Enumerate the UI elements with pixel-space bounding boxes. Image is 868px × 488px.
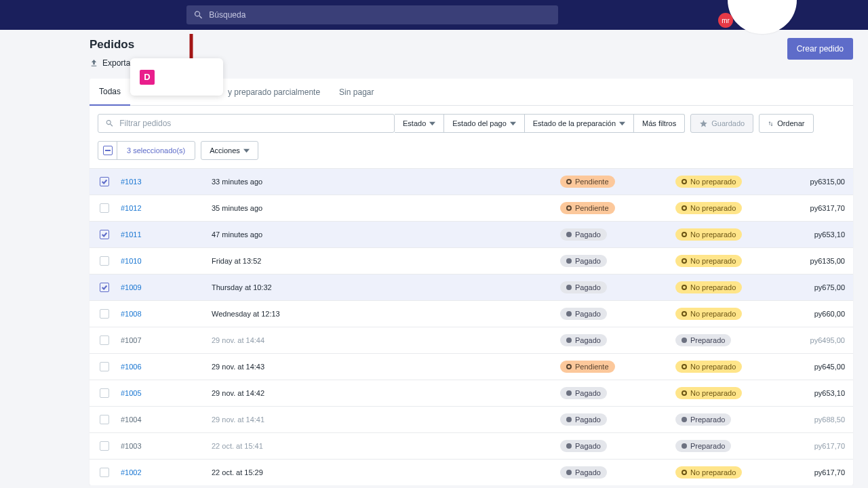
filters-row: Estado Estado del pago Estado de la prep… <box>90 106 853 141</box>
order-id[interactable]: #1012 <box>111 204 212 212</box>
fulfillment-badge-unfulfilled: No preparado <box>675 228 742 241</box>
filter-more[interactable]: Más filtros <box>634 114 685 133</box>
row-checkbox[interactable] <box>100 230 109 239</box>
payment-badge-paid: Pagado <box>560 466 607 479</box>
payment-badge-pending: Pendiente <box>560 176 615 188</box>
global-search[interactable] <box>186 5 558 24</box>
order-amount: py6135,00 <box>791 257 845 265</box>
row-checkbox[interactable] <box>100 309 109 319</box>
row-checkbox[interactable] <box>100 203 109 213</box>
row-checkbox[interactable] <box>100 388 109 398</box>
orders-table: #101333 minutes agoPendienteNo preparado… <box>90 168 853 485</box>
sort-icon <box>768 121 774 127</box>
order-amount: py653,10 <box>791 230 845 239</box>
export-button[interactable]: Exportar <box>90 58 133 68</box>
payment-badge-paid: Pagado <box>560 387 607 399</box>
order-amount: py688,50 <box>791 415 845 424</box>
order-date: 22 oct. at 15:29 <box>212 468 422 476</box>
order-id[interactable]: #1011 <box>111 230 212 239</box>
fulfillment-badge-unfulfilled: No preparado <box>675 255 742 267</box>
tab-all[interactable]: Todas <box>90 79 130 106</box>
export-label: Exportar <box>102 58 133 68</box>
chevron-down-icon <box>243 148 250 154</box>
order-id[interactable]: #1007 <box>111 336 212 344</box>
order-id[interactable]: #1010 <box>111 257 212 265</box>
order-date: 29 nov. at 14:42 <box>212 389 422 397</box>
order-date: 47 minutes ago <box>212 230 422 239</box>
table-row[interactable]: #101147 minutes agoPagadoNo preparadopy6… <box>90 221 853 247</box>
select-all-checkbox[interactable] <box>98 142 117 159</box>
filter-fulfillment-status[interactable]: Estado de la preparación <box>525 114 634 133</box>
table-row[interactable]: #101235 minutes agoPendienteNo preparado… <box>90 195 853 221</box>
table-row[interactable]: #101333 minutes agoPendienteNo preparado… <box>90 168 853 195</box>
payment-badge-paid: Pagado <box>560 281 607 293</box>
filter-saved[interactable]: Guardado <box>690 114 753 133</box>
export-icon <box>90 59 98 68</box>
fulfillment-badge-unfulfilled: No preparado <box>675 466 742 479</box>
chevron-down-icon <box>429 121 435 127</box>
payment-badge-paid: Pagado <box>560 413 607 426</box>
bulk-actions-button[interactable]: Acciones <box>201 141 258 160</box>
order-id[interactable]: #1004 <box>111 415 212 424</box>
order-date: 35 minutes ago <box>212 204 422 212</box>
row-checkbox[interactable] <box>100 441 109 451</box>
table-row[interactable]: #100429 nov. at 14:41PagadoPreparadopy68… <box>90 406 853 432</box>
order-id[interactable]: #1002 <box>111 468 212 476</box>
sort-button[interactable]: Ordenar <box>759 114 813 133</box>
table-row[interactable]: #1010Friday at 13:52PagadoNo preparadopy… <box>90 247 853 274</box>
table-row[interactable]: #100529 nov. at 14:42PagadoNo preparadop… <box>90 380 853 406</box>
order-amount: py675,00 <box>791 283 845 291</box>
fulfillment-badge-unfulfilled: No preparado <box>675 176 742 188</box>
order-amount: py6495,00 <box>791 336 845 344</box>
topbar: mr <box>0 0 868 30</box>
order-id[interactable]: #1013 <box>111 178 212 186</box>
row-checkbox[interactable] <box>100 362 109 371</box>
payment-badge-paid: Pagado <box>560 440 607 452</box>
row-checkbox[interactable] <box>100 336 109 345</box>
fulfillment-badge-fulfilled: Preparado <box>675 440 731 452</box>
filter-search[interactable] <box>98 114 395 133</box>
filter-input[interactable] <box>119 119 387 128</box>
row-checkbox[interactable] <box>100 415 109 424</box>
payment-badge-paid: Pagado <box>560 308 607 320</box>
order-id[interactable]: #1003 <box>111 442 212 450</box>
order-id[interactable]: #1005 <box>111 389 212 397</box>
order-id[interactable]: #1008 <box>111 310 212 318</box>
order-date: 33 minutes ago <box>212 178 422 186</box>
search-input[interactable] <box>209 10 551 20</box>
order-date: 29 nov. at 14:43 <box>212 363 422 371</box>
order-amount: py6317,70 <box>791 204 845 212</box>
payment-badge-pending: Pendiente <box>560 202 615 214</box>
payment-badge-pending: Pendiente <box>560 361 615 373</box>
selection-control[interactable]: 3 seleccionado(s) <box>98 141 195 160</box>
fulfillment-badge-unfulfilled: No preparado <box>675 308 742 320</box>
chevron-down-icon <box>619 121 625 127</box>
order-id[interactable]: #1006 <box>111 363 212 371</box>
payment-badge-paid: Pagado <box>560 228 607 241</box>
order-id[interactable]: #1009 <box>111 283 212 291</box>
table-row[interactable]: #1009Thursday at 10:32PagadoNo preparado… <box>90 274 853 300</box>
row-checkbox[interactable] <box>100 177 109 186</box>
table-row[interactable]: #100629 nov. at 14:43PendienteNo prepara… <box>90 353 853 380</box>
table-row[interactable]: #1008Wednesday at 12:13PagadoNo preparad… <box>90 300 853 327</box>
order-amount: py645,00 <box>791 363 845 371</box>
table-row[interactable]: #100222 oct. at 15:29PagadoNo preparadop… <box>90 459 853 485</box>
app-popup[interactable]: D <box>130 58 223 96</box>
app-logo-d: D <box>140 70 155 85</box>
filter-payment-status[interactable]: Estado del pago <box>444 114 525 133</box>
search-icon <box>193 9 203 20</box>
fulfillment-badge-unfulfilled: No preparado <box>675 281 742 293</box>
order-date: Thursday at 10:32 <box>212 283 422 291</box>
user-avatar[interactable]: mr <box>718 13 733 28</box>
tab-partial[interactable]: y preparado parcialmente <box>218 79 330 105</box>
order-date: Wednesday at 12:13 <box>212 310 422 318</box>
table-row[interactable]: #100322 oct. at 15:41PagadoPreparadopy61… <box>90 432 853 459</box>
table-row[interactable]: #100729 nov. at 14:44PagadoPreparadopy64… <box>90 327 853 353</box>
row-checkbox[interactable] <box>100 283 109 292</box>
create-order-button[interactable]: Crear pedido <box>787 38 853 60</box>
row-checkbox[interactable] <box>100 256 109 266</box>
tab-unpaid[interactable]: Sin pagar <box>330 79 383 105</box>
row-checkbox[interactable] <box>100 468 109 477</box>
filter-status[interactable]: Estado <box>395 114 444 133</box>
order-amount: py617,70 <box>791 442 845 450</box>
